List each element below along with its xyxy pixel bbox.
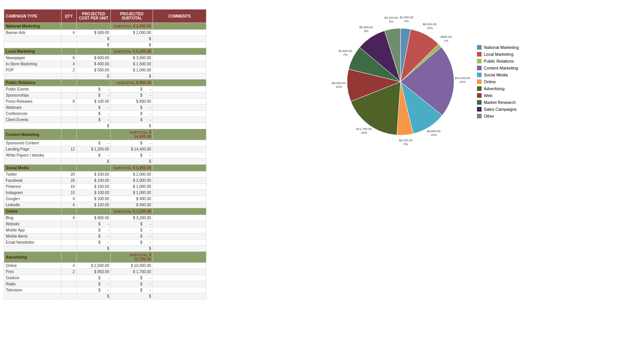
row-campaign [4, 159, 62, 165]
legend-label: Web [484, 93, 492, 98]
table-row: Mobile App $ - $ - [4, 227, 206, 233]
table-row: Sponsorships $ - $ - [4, 92, 206, 99]
row-cost: $ 100.00 [76, 184, 111, 190]
row-comments [153, 92, 206, 99]
row-cost: $ 100.00 [76, 202, 111, 208]
category-qty [61, 129, 76, 140]
row-comments [153, 233, 206, 239]
row-subtotal: $ - [111, 92, 153, 99]
legend-color-swatch [477, 45, 482, 50]
row-comments [153, 117, 206, 123]
legend-item-market-research: Market Research [477, 100, 519, 105]
col-header-cost: PROJECTED COST PER UNIT [76, 10, 111, 23]
category-comments [153, 252, 206, 263]
category-cost [76, 252, 111, 263]
row-qty [61, 92, 76, 99]
row-comments [153, 146, 206, 152]
row-qty [61, 123, 76, 129]
row-qty: 4 [61, 202, 76, 208]
row-comments [153, 67, 206, 73]
table-row: Instagram 10 $ 100.00 $ 1,000.00 [4, 190, 206, 196]
row-cost: $ - [76, 233, 111, 239]
row-qty [61, 233, 76, 239]
legend-item-sales-campaigns: Sales Campaigns [477, 107, 519, 112]
legend-color-swatch [477, 107, 482, 112]
legend-item-local-marketing: Local Marketing [477, 52, 519, 57]
row-qty [61, 221, 76, 227]
row-comments [153, 275, 206, 281]
category-qty [61, 252, 76, 263]
row-cost: $ - [76, 227, 111, 233]
row-comments [153, 36, 206, 42]
legend-item-content-marketing: Content Marketing [477, 66, 519, 70]
row-cost: $ 100.00 [76, 178, 111, 184]
category-comments [153, 23, 206, 30]
legend-item-web: Web [477, 93, 519, 98]
row-subtotal: $ [111, 73, 153, 79]
category-subtotal: SUBTOTAL $ 3,200.00 [111, 208, 153, 215]
slice-label-8: $4,800.007% [338, 49, 352, 57]
slice-label-10: $3,165.005% [384, 16, 398, 23]
row-comments [153, 281, 206, 287]
category-cost [76, 208, 111, 215]
row-qty: 20 [61, 172, 76, 178]
row-campaign: Press Releases [4, 99, 62, 105]
row-comments [153, 263, 206, 269]
row-campaign: Instagram [4, 190, 62, 196]
row-qty [61, 159, 76, 165]
row-subtotal: $ - [111, 227, 153, 233]
chart-legend: National MarketingLocal MarketingPublic … [477, 45, 519, 118]
table-row: Client Events $ - $ - [4, 117, 206, 123]
row-subtotal: $ - [111, 111, 153, 117]
row-campaign: Client Events [4, 117, 62, 123]
table-row: $ $ [4, 36, 206, 42]
category-name: Advertising [4, 252, 62, 263]
row-subtotal: $ 1,600.00 [111, 61, 153, 67]
row-cost: $ [76, 123, 111, 129]
row-campaign [4, 42, 62, 48]
row-cost: $ 400.00 [76, 61, 111, 67]
row-cost: $ 100.00 [76, 196, 111, 202]
row-cost: $ - [76, 111, 111, 117]
row-comments [153, 287, 206, 293]
table-row: $ $ [4, 159, 206, 165]
row-qty [61, 117, 76, 123]
legend-color-swatch [477, 66, 482, 70]
row-subtotal: $ - [111, 152, 153, 159]
row-qty [61, 86, 76, 92]
row-cost: $ 2,500.00 [76, 263, 111, 269]
table-row: Pinterest 10 $ 100.00 $ 1,000.00 [4, 184, 206, 190]
legend-label: Online [484, 79, 496, 84]
row-comments [153, 30, 206, 36]
category-qty [61, 208, 76, 215]
legend-label: Sales Campaigns [484, 107, 517, 112]
row-comments [153, 140, 206, 146]
row-qty [61, 246, 76, 252]
category-comments [153, 79, 206, 86]
row-cost: $ 600.00 [76, 55, 111, 61]
category-comments [153, 208, 206, 215]
legend-color-swatch [477, 114, 482, 118]
table-row: Print 2 $ 850.00 $ 1,700.00 [4, 269, 206, 275]
legend-item-advertising: Advertising [477, 86, 519, 91]
row-campaign: Conferences [4, 111, 62, 117]
row-subtotal: $ - [111, 86, 153, 92]
row-comments [153, 196, 206, 202]
pie-chart: $2,000.003%$6,200.0010%$800.001%$14,400.… [336, 17, 466, 147]
row-campaign [4, 73, 62, 79]
main-layout: CAMPAIGN TYPE QTY PROJECTED COST PER UNI… [4, 9, 640, 299]
row-cost: $ - [76, 221, 111, 227]
table-row: Conferences $ - $ - [4, 111, 206, 117]
slice-label-3: $14,400.0022% [455, 76, 470, 84]
row-comments [153, 42, 206, 48]
row-subtotal: $ - [111, 239, 153, 246]
row-campaign: Website [4, 221, 62, 227]
category-qty [61, 23, 76, 30]
row-cost: $ 850.00 [76, 269, 111, 275]
legend-item-public-relations: Public Relations [477, 59, 519, 63]
col-header-subtotal: PROJECTED SUBTOTAL [111, 10, 153, 23]
table-section: CAMPAIGN TYPE QTY PROJECTED COST PER UNI… [4, 9, 206, 299]
category-name: Online [4, 208, 62, 215]
col-header-comments: COMMENTS [153, 10, 206, 23]
budget-table: CAMPAIGN TYPE QTY PROJECTED COST PER UNI… [4, 9, 206, 299]
